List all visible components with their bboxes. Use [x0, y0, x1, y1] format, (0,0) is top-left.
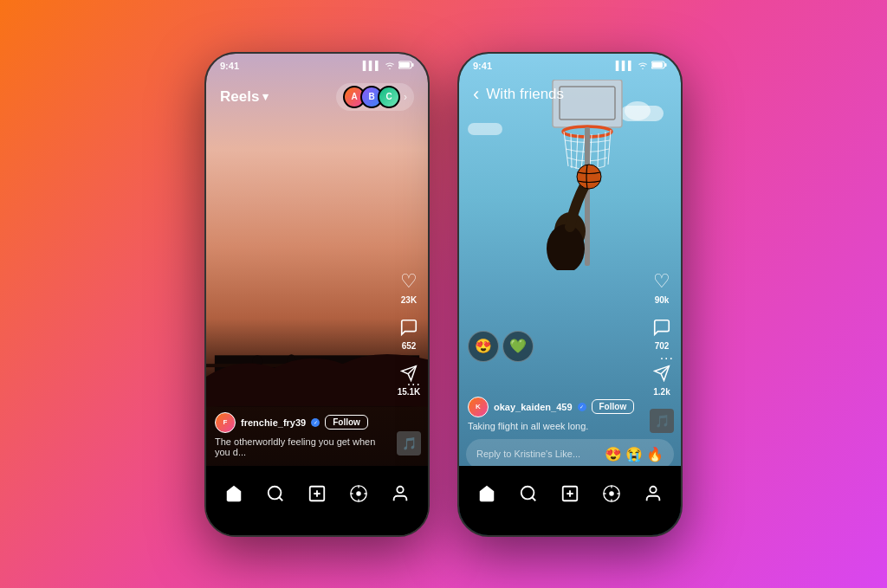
emoji-fire: 🔥	[646, 446, 664, 462]
svg-point-38	[577, 165, 601, 189]
reply-bar[interactable]: Reply to Kristine's Like... 😍 😭 🔥	[466, 439, 674, 469]
story-avatars[interactable]: A B C ›	[336, 83, 414, 111]
avatar-3: C	[378, 86, 400, 108]
svg-point-12	[269, 486, 282, 499]
music-icon-left: 🎵	[397, 431, 421, 456]
back-icon: ‹	[473, 83, 479, 106]
nav-search-left[interactable]	[260, 478, 291, 509]
svg-rect-9	[399, 62, 410, 68]
comment-count-left: 652	[402, 341, 417, 351]
caption-right: Taking flight in all week long.	[468, 421, 644, 431]
status-bar-left: 9:41 ▌▌▌	[206, 54, 428, 74]
svg-line-30	[581, 135, 585, 170]
reaction-2: 💚	[502, 331, 534, 362]
user-row-left: F frenchie_fry39 ✓ Follow	[215, 412, 392, 433]
reaction-1: 😍	[468, 331, 499, 362]
more-button-left[interactable]: ···	[407, 377, 421, 392]
verified-badge-left: ✓	[311, 418, 320, 427]
svg-rect-35	[585, 127, 590, 266]
header-left: Reels ▾ A B C ›	[206, 76, 428, 118]
emoji-heart-eyes: 😍	[605, 446, 622, 462]
nav-create-left[interactable]	[301, 478, 333, 509]
status-bar-right: 9:41 ▌▌▌	[459, 54, 681, 74]
signal-icon: ▌▌▌	[363, 61, 381, 70]
nav-create-right[interactable]	[554, 478, 586, 509]
svg-point-44	[521, 486, 534, 499]
dropdown-icon: ▾	[262, 90, 269, 103]
comment-icon-right	[650, 315, 674, 339]
battery-icon	[398, 61, 414, 71]
phone-left: 9:41 ▌▌▌ Reels ▾	[204, 52, 430, 537]
user-avatar-left: F	[215, 412, 236, 433]
svg-point-55	[650, 486, 656, 492]
header-right: ‹ With friends	[459, 76, 681, 113]
nav-reels-left[interactable]	[343, 478, 374, 509]
bottom-nav-left	[206, 466, 428, 535]
reply-emojis: 😍 😭 🔥	[605, 446, 664, 462]
share-count-right: 1.2k	[653, 387, 670, 397]
comment-count-right: 702	[655, 341, 670, 351]
status-icons-right: ▌▌▌	[616, 61, 667, 71]
user-avatar-right: K	[468, 397, 489, 417]
like-count-left: 23K	[401, 295, 417, 305]
svg-line-32	[598, 133, 599, 168]
like-button-right[interactable]: ♡ 90k	[650, 269, 674, 305]
reply-placeholder: Reply to Kristine's Like...	[476, 449, 580, 459]
friend-reactions: 😍 💚	[468, 331, 534, 362]
header-title-left[interactable]: Reels ▾	[220, 88, 269, 106]
nav-search-right[interactable]	[513, 478, 544, 509]
more-button-right[interactable]: ···	[660, 351, 674, 366]
nav-profile-right[interactable]	[638, 478, 669, 509]
svg-point-23	[397, 486, 403, 492]
time-left: 9:41	[220, 61, 239, 71]
comment-button-left[interactable]: 652	[397, 315, 421, 351]
emoji-sob: 😭	[625, 446, 643, 462]
side-actions-right: ♡ 90k 702 1.2k	[650, 269, 674, 397]
verified-badge-right: ✓	[578, 403, 586, 411]
like-button-left[interactable]: ♡ 23K	[397, 269, 421, 305]
svg-point-18	[356, 491, 361, 496]
header-title-right: With friends	[486, 86, 564, 103]
back-button[interactable]: ‹ With friends	[473, 83, 564, 106]
bottom-nav-right	[459, 466, 681, 535]
user-info-left: F frenchie_fry39 ✓ Follow The otherworld…	[215, 412, 392, 457]
music-icon-right: 🎵	[650, 409, 674, 433]
chevron-right-icon: ›	[404, 91, 407, 103]
nav-home-right[interactable]	[471, 478, 502, 509]
nav-home-left[interactable]	[218, 478, 249, 509]
comment-button-right[interactable]: 702	[650, 315, 674, 351]
svg-rect-41	[652, 62, 663, 68]
nav-reels-right[interactable]	[596, 478, 627, 509]
user-info-right: K okay_kaiden_459 ✓ Follow Taking flight…	[468, 397, 644, 431]
battery-icon-right	[651, 61, 667, 71]
svg-line-45	[532, 497, 535, 501]
heart-icon: ♡	[397, 269, 421, 294]
heart-icon-right: ♡	[650, 269, 674, 294]
svg-point-50	[609, 491, 614, 496]
share-button-right[interactable]: 1.2k	[650, 361, 674, 397]
username-left: frenchie_fry39	[241, 417, 306, 428]
follow-button-left[interactable]: Follow	[325, 415, 368, 430]
svg-line-33	[605, 132, 605, 166]
svg-rect-8	[412, 63, 414, 67]
wifi-icon	[385, 61, 395, 71]
like-count-right: 90k	[655, 295, 670, 305]
username-right: okay_kaiden_459	[494, 402, 573, 412]
phone-right: 9:41 ▌▌▌ ‹ With friends	[457, 52, 683, 537]
comment-icon	[397, 315, 421, 339]
caption-left: The otherworldly feeling you get when yo…	[215, 436, 392, 457]
follow-button-right[interactable]: Follow	[592, 399, 635, 414]
video-sunset	[206, 54, 428, 535]
wifi-icon-right	[638, 61, 648, 71]
signal-icon-right: ▌▌▌	[616, 61, 634, 70]
svg-line-13	[279, 497, 282, 501]
nav-profile-left[interactable]	[385, 478, 416, 509]
time-right: 9:41	[473, 61, 492, 71]
status-icons-left: ▌▌▌	[363, 61, 414, 71]
svg-rect-40	[665, 63, 667, 67]
user-row-right: K okay_kaiden_459 ✓ Follow	[468, 397, 644, 417]
